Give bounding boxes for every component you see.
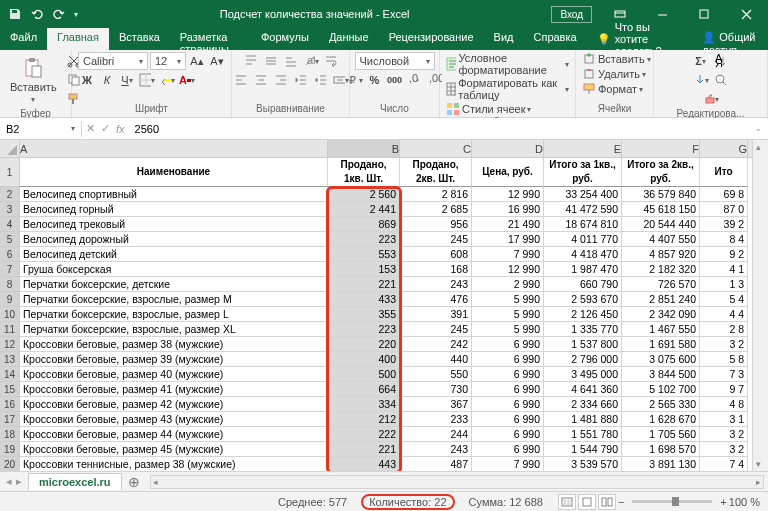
cell[interactable]: Велосипед горный [20, 202, 328, 217]
cell[interactable]: 6 990 [472, 412, 544, 427]
inc-decimal-icon[interactable]: ,0 [406, 71, 424, 89]
cell[interactable]: 4 407 550 [622, 232, 700, 247]
cell[interactable]: 433 [328, 292, 400, 307]
cell[interactable]: 222 [328, 427, 400, 442]
redo-icon[interactable] [52, 7, 66, 21]
cell[interactable]: 8 4 [700, 232, 748, 247]
cell[interactable]: 553 [328, 247, 400, 262]
formula-bar[interactable]: 2560 [129, 121, 749, 137]
tab-file[interactable]: Файл [0, 28, 47, 50]
cell[interactable]: 3 891 130 [622, 457, 700, 471]
cell[interactable]: Кроссовки беговые, размер 39 (мужские) [20, 352, 328, 367]
cell[interactable]: 233 [400, 412, 472, 427]
fill-color-icon[interactable]: ▾ [158, 71, 176, 89]
grow-font-icon[interactable]: A▴ [188, 52, 206, 70]
cell[interactable]: Велосипед детский [20, 247, 328, 262]
cell[interactable]: 2 565 330 [622, 397, 700, 412]
cell[interactable]: 3 844 500 [622, 367, 700, 382]
cell[interactable]: 4 1 [700, 262, 748, 277]
col-header-c[interactable]: C [400, 140, 472, 157]
wrap-text-icon[interactable] [322, 52, 340, 70]
cell[interactable]: 3 495 000 [544, 367, 622, 382]
header-q2[interactable]: Продано, 2кв. Шт. [400, 158, 472, 187]
select-all-corner[interactable] [0, 140, 20, 158]
cancel-formula-icon[interactable]: ✕ [86, 122, 95, 135]
cell[interactable]: 87 0 [700, 202, 748, 217]
cell[interactable]: 4 4 [700, 307, 748, 322]
cell[interactable]: Велосипед дорожный [20, 232, 328, 247]
col-header-f[interactable]: F [622, 140, 700, 157]
cell[interactable]: 1 544 790 [544, 442, 622, 457]
enter-formula-icon[interactable]: ✓ [101, 122, 110, 135]
tab-view[interactable]: Вид [484, 28, 524, 50]
cell[interactable]: 3 2 [700, 442, 748, 457]
tab-help[interactable]: Справка [523, 28, 586, 50]
underline-icon[interactable]: Ч▾ [118, 71, 136, 89]
cell[interactable]: 221 [328, 277, 400, 292]
vertical-scrollbar[interactable] [752, 140, 768, 471]
fx-icon[interactable]: fx [116, 123, 125, 135]
cell[interactable]: 440 [400, 352, 472, 367]
cell[interactable]: 7 990 [472, 457, 544, 471]
tab-review[interactable]: Рецензирование [379, 28, 484, 50]
cell[interactable]: Велосипед трековый [20, 217, 328, 232]
col-header-a[interactable]: A [20, 140, 328, 157]
cell[interactable]: 4 857 920 [622, 247, 700, 262]
cell[interactable]: 20 544 440 [622, 217, 700, 232]
bold-icon[interactable]: Ж [78, 71, 96, 89]
cell[interactable]: 5 990 [472, 322, 544, 337]
cell[interactable]: 41 472 590 [544, 202, 622, 217]
cell[interactable]: 2 851 240 [622, 292, 700, 307]
cell[interactable]: 36 579 840 [622, 187, 700, 202]
normal-view-icon[interactable] [558, 494, 576, 510]
tab-formulas[interactable]: Формулы [251, 28, 319, 50]
font-color-icon[interactable]: A▾ [178, 71, 196, 89]
cell[interactable]: 664 [328, 382, 400, 397]
cell[interactable]: 223 [328, 232, 400, 247]
borders-icon[interactable]: ▾ [138, 71, 156, 89]
cell[interactable]: 500 [328, 367, 400, 382]
orientation-icon[interactable]: ab▾ [302, 52, 320, 70]
cell[interactable]: 5 990 [472, 292, 544, 307]
cell[interactable]: 3 1 [700, 412, 748, 427]
cell[interactable]: 245 [400, 232, 472, 247]
cell[interactable]: 391 [400, 307, 472, 322]
sheet-next-icon[interactable]: ▸ [16, 475, 22, 488]
align-center-icon[interactable] [252, 71, 270, 89]
cell[interactable]: 476 [400, 292, 472, 307]
cell[interactable]: 33 254 400 [544, 187, 622, 202]
cell[interactable]: 3 075 600 [622, 352, 700, 367]
cell[interactable]: 12 990 [472, 187, 544, 202]
cell[interactable]: 1 3 [700, 277, 748, 292]
cell[interactable]: 168 [400, 262, 472, 277]
cell[interactable]: 4 011 770 [544, 232, 622, 247]
tab-data[interactable]: Данные [319, 28, 379, 50]
cell[interactable]: 3 2 [700, 427, 748, 442]
cell[interactable]: Перчатки боксерские, взрослые, размер XL [20, 322, 328, 337]
cell[interactable]: 3 2 [700, 337, 748, 352]
cell[interactable]: 6 990 [472, 352, 544, 367]
cell[interactable]: 18 674 810 [544, 217, 622, 232]
expand-formula-bar-icon[interactable]: ⌄ [749, 124, 768, 133]
cell[interactable]: 1 335 770 [544, 322, 622, 337]
cell[interactable]: 956 [400, 217, 472, 232]
cell[interactable]: Кроссовки беговые, размер 45 (мужские) [20, 442, 328, 457]
cell[interactable]: 1 987 470 [544, 262, 622, 277]
cell[interactable]: Кроссовки беговые, размер 44 (мужские) [20, 427, 328, 442]
cell-styles-button[interactable]: Стили ячеек▾ [446, 102, 531, 116]
header-name[interactable]: Наименование [20, 158, 328, 187]
cell[interactable]: 2 441 [328, 202, 400, 217]
share-button[interactable]: 👤 Общий доступ [692, 28, 768, 50]
cell[interactable]: 1 698 570 [622, 442, 700, 457]
cell[interactable]: 2 593 670 [544, 292, 622, 307]
cell[interactable]: 21 490 [472, 217, 544, 232]
cell[interactable]: 5 990 [472, 307, 544, 322]
cell[interactable]: 221 [328, 442, 400, 457]
cell[interactable]: 7 4 [700, 457, 748, 471]
paste-button[interactable]: Вставить▾ [6, 55, 61, 106]
cell[interactable]: Кроссовки беговые, размер 41 (мужские) [20, 382, 328, 397]
tab-layout[interactable]: Разметка страницы [170, 28, 251, 50]
undo-icon[interactable] [30, 7, 44, 21]
cell[interactable]: 45 618 150 [622, 202, 700, 217]
cell[interactable]: 2 182 320 [622, 262, 700, 277]
